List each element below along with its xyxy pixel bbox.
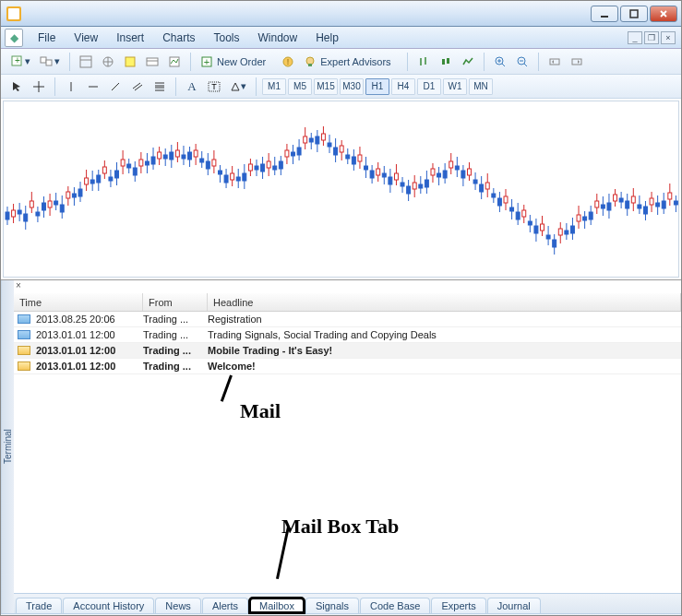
tab-journal[interactable]: Journal — [487, 598, 541, 613]
crosshair-button[interactable] — [29, 77, 49, 97]
svg-rect-64 — [42, 203, 46, 210]
tab-account-history[interactable]: Account History — [63, 598, 154, 613]
minimize-button[interactable] — [591, 6, 618, 22]
menu-charts[interactable]: Charts — [153, 29, 204, 47]
mail-row[interactable]: 2013.01.01 12:00Trading ...Mobile Tradin… — [14, 343, 681, 359]
column-header-headline[interactable]: Headline — [208, 293, 681, 311]
menu-insert[interactable]: Insert — [107, 29, 153, 47]
timeframe-m30[interactable]: M30 — [340, 78, 364, 95]
mdi-minimize-button[interactable]: _ — [628, 31, 642, 44]
trendline-button[interactable] — [105, 77, 126, 97]
horizontal-line-button[interactable] — [83, 77, 103, 97]
fibonacci-button[interactable] — [150, 77, 170, 97]
terminal-button[interactable] — [142, 52, 162, 72]
timeframe-m5[interactable]: M5 — [288, 78, 312, 95]
strategy-tester-button[interactable] — [164, 52, 185, 72]
text-button[interactable]: A — [182, 77, 202, 97]
svg-rect-35 — [572, 59, 581, 65]
svg-rect-148 — [297, 148, 301, 155]
svg-rect-254 — [619, 198, 623, 202]
navigator-button[interactable] — [98, 52, 118, 72]
mail-headline: Mobile Trading - It's Easy! — [208, 345, 681, 356]
svg-rect-132 — [248, 164, 252, 171]
maximize-button[interactable] — [620, 6, 648, 22]
svg-rect-162 — [340, 146, 343, 152]
market-watch-button[interactable] — [76, 52, 96, 72]
svg-marker-36 — [13, 82, 20, 91]
bar-chart-button[interactable] — [413, 52, 434, 72]
mail-row[interactable]: 2013.01.01 12:00Trading ...Welcome! — [14, 359, 681, 374]
timeframe-w1[interactable]: W1 — [443, 78, 467, 95]
tab-code-base[interactable]: Code Base — [360, 598, 430, 613]
svg-rect-154 — [316, 136, 319, 144]
svg-rect-156 — [321, 134, 325, 140]
timeframe-h1[interactable]: H1 — [365, 78, 389, 95]
menu-help[interactable]: Help — [306, 29, 348, 47]
timeframe-m15[interactable]: M15 — [314, 78, 338, 95]
app-menu-icon[interactable]: ◆ — [5, 29, 23, 47]
svg-rect-270 — [668, 193, 672, 199]
svg-rect-136 — [261, 164, 265, 172]
mdi-close-button[interactable]: × — [661, 31, 676, 44]
svg-rect-248 — [601, 205, 604, 208]
terminal-sidebar-label[interactable]: Terminal — [1, 280, 14, 613]
menu-file[interactable]: File — [29, 29, 65, 47]
chart-shift-button[interactable] — [567, 52, 587, 72]
svg-rect-110 — [182, 155, 185, 159]
vertical-line-button[interactable] — [61, 77, 81, 97]
timeframe-mn[interactable]: MN — [469, 78, 493, 95]
svg-rect-158 — [328, 143, 331, 147]
expert-advisors-button[interactable]: Expert Advisors — [300, 52, 401, 72]
timeframe-d1[interactable]: D1 — [417, 78, 441, 95]
menu-window[interactable]: Window — [249, 29, 307, 47]
svg-rect-52 — [6, 212, 9, 219]
text-label-button[interactable]: T — [204, 77, 224, 97]
column-header-time[interactable]: Time — [14, 293, 143, 311]
svg-rect-98 — [145, 161, 149, 165]
zoom-out-button[interactable] — [512, 52, 532, 72]
profiles-button[interactable]: ▾ — [36, 52, 64, 72]
tab-alerts[interactable]: Alerts — [202, 598, 248, 613]
channel-button[interactable] — [127, 77, 148, 97]
mail-read-icon — [18, 330, 30, 339]
menu-view[interactable]: View — [65, 29, 107, 47]
menubar: ◆ File View Insert Charts Tools Window H… — [1, 27, 681, 49]
terminal-close-button[interactable]: × — [14, 280, 681, 293]
meta-quotes-button[interactable]: ! — [278, 52, 298, 72]
timeframe-h4[interactable]: H4 — [391, 78, 415, 95]
mail-row[interactable]: 2013.08.25 20:06Trading ...Registration — [14, 312, 681, 327]
svg-line-41 — [112, 83, 119, 90]
mail-row[interactable]: 2013.01.01 12:00Trading ...Trading Signa… — [14, 327, 681, 343]
tab-experts[interactable]: Experts — [431, 598, 485, 613]
candle-chart-button[interactable] — [436, 52, 456, 72]
mail-headline: Trading Signals, Social Trading and Copy… — [208, 329, 681, 340]
mail-grid-header: Time From Headline — [14, 293, 681, 312]
tab-news[interactable]: News — [155, 598, 201, 613]
new-chart-button[interactable]: +▾ — [6, 52, 34, 72]
svg-rect-70 — [60, 205, 64, 212]
close-button[interactable] — [650, 6, 677, 22]
cursor-button[interactable] — [6, 77, 27, 97]
tab-signals[interactable]: Signals — [305, 598, 359, 613]
svg-rect-106 — [170, 152, 173, 160]
chart-area[interactable] — [3, 101, 679, 278]
svg-rect-100 — [151, 157, 155, 164]
new-order-button[interactable]: + New Order — [197, 52, 276, 72]
data-window-button[interactable] — [120, 52, 140, 72]
tab-mailbox[interactable]: Mailbox — [249, 598, 305, 613]
mdi-restore-button[interactable]: ❐ — [644, 31, 659, 44]
annotation-line-mail — [221, 374, 233, 401]
menu-tools[interactable]: Tools — [205, 29, 249, 47]
svg-marker-50 — [232, 83, 239, 90]
svg-rect-232 — [553, 240, 556, 247]
svg-rect-250 — [607, 203, 611, 210]
shapes-button[interactable]: ▾ — [226, 77, 250, 97]
tab-trade[interactable]: Trade — [16, 598, 62, 613]
auto-scroll-button[interactable] — [544, 52, 565, 72]
svg-rect-204 — [468, 169, 472, 175]
zoom-in-button[interactable] — [490, 52, 510, 72]
line-chart-button[interactable] — [458, 52, 478, 72]
column-header-from[interactable]: From — [143, 293, 208, 311]
svg-rect-6 — [41, 57, 46, 63]
timeframe-m1[interactable]: M1 — [262, 78, 286, 95]
